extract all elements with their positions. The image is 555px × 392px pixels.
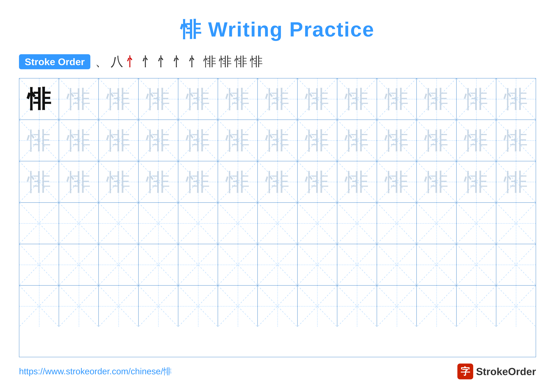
grid-cell-1-2[interactable]: 悱 xyxy=(59,78,99,120)
svg-line-91 xyxy=(258,203,297,244)
grid-cell-6-11[interactable] xyxy=(417,285,456,327)
grid-cell-6-8[interactable] xyxy=(298,285,337,327)
svg-line-97 xyxy=(377,203,416,244)
grid-cell-5-4[interactable] xyxy=(139,244,178,285)
grid-cell-3-7[interactable]: 悱 xyxy=(258,161,297,202)
grid-cell-5-3[interactable] xyxy=(99,244,139,285)
grid-cell-3-9[interactable]: 悱 xyxy=(337,161,377,202)
grid-cell-5-13[interactable] xyxy=(496,244,536,285)
grid-cell-6-10[interactable] xyxy=(377,285,417,327)
grid-cell-3-3[interactable]: 悱 xyxy=(99,161,139,202)
svg-line-82 xyxy=(99,203,138,244)
grid-cell-3-1[interactable]: 悱 xyxy=(19,161,59,202)
char-light: 悱 xyxy=(107,128,130,152)
char-light: 悱 xyxy=(186,170,210,194)
grid-cell-3-5[interactable]: 悱 xyxy=(178,161,218,202)
grid-cell-5-8[interactable] xyxy=(298,244,337,285)
svg-line-146 xyxy=(337,285,377,327)
grid-cell-6-3[interactable] xyxy=(99,285,139,327)
svg-line-109 xyxy=(99,244,138,285)
grid-cell-1-13[interactable]: 悱 xyxy=(496,78,536,120)
grid-cell-2-7[interactable]: 悱 xyxy=(258,120,297,161)
grid-cell-2-6[interactable]: 悱 xyxy=(218,120,258,161)
grid-cell-1-8[interactable]: 悱 xyxy=(298,78,337,120)
svg-line-131 xyxy=(19,285,59,327)
grid-cell-2-9[interactable]: 悱 xyxy=(337,120,377,161)
grid-cell-4-4[interactable] xyxy=(139,203,178,244)
grid-cell-4-10[interactable] xyxy=(377,203,417,244)
grid-cell-4-2[interactable] xyxy=(59,203,99,244)
grid-cell-1-12[interactable]: 悱 xyxy=(457,78,496,120)
grid-cell-2-10[interactable]: 悱 xyxy=(377,120,417,161)
grid-cell-6-5[interactable] xyxy=(178,285,218,327)
grid-cell-5-7[interactable] xyxy=(258,244,297,285)
grid-cell-2-13[interactable]: 悱 xyxy=(496,120,536,161)
stroke-order-row: Stroke Order 、 八 忄 忄 忄 忄 忄 悱 悱 悱 悱 xyxy=(19,53,536,70)
grid-cell-5-12[interactable] xyxy=(457,244,496,285)
grid-cell-6-2[interactable] xyxy=(59,285,99,327)
grid-cell-2-5[interactable]: 悱 xyxy=(178,120,218,161)
grid-cell-3-12[interactable]: 悱 xyxy=(457,161,496,202)
grid-cell-4-12[interactable] xyxy=(457,203,496,244)
grid-cell-2-3[interactable]: 悱 xyxy=(99,120,139,161)
svg-line-149 xyxy=(377,285,416,327)
svg-line-99 xyxy=(417,203,456,244)
grid-cell-1-9[interactable]: 悱 xyxy=(337,78,377,120)
grid-cell-2-2[interactable]: 悱 xyxy=(59,120,99,161)
grid-cell-4-6[interactable] xyxy=(218,203,258,244)
grid-cell-1-6[interactable]: 悱 xyxy=(218,78,258,120)
grid-cell-5-2[interactable] xyxy=(59,244,99,285)
grid-cell-3-6[interactable]: 悱 xyxy=(218,161,258,202)
grid-cell-4-7[interactable] xyxy=(258,203,297,244)
grid-cell-2-8[interactable]: 悱 xyxy=(298,120,337,161)
grid-cell-1-3[interactable]: 悱 xyxy=(99,78,139,120)
grid-cell-4-1[interactable] xyxy=(19,203,59,244)
svg-line-133 xyxy=(59,285,98,327)
grid-cell-6-7[interactable] xyxy=(258,285,297,327)
grid-cell-3-2[interactable]: 悱 xyxy=(59,161,99,202)
svg-line-126 xyxy=(457,244,496,285)
grid-cell-3-11[interactable]: 悱 xyxy=(417,161,456,202)
grid-cell-3-13[interactable]: 悱 xyxy=(496,161,536,202)
grid-cell-1-5[interactable]: 悱 xyxy=(178,78,218,120)
grid-cell-1-1[interactable]: 悱 xyxy=(19,78,59,120)
grid-cell-2-12[interactable]: 悱 xyxy=(457,120,496,161)
grid-cell-1-7[interactable]: 悱 xyxy=(258,78,297,120)
grid-cell-2-1[interactable]: 悱 xyxy=(19,120,59,161)
grid-cell-3-10[interactable]: 悱 xyxy=(377,161,417,202)
grid-cell-5-5[interactable] xyxy=(178,244,218,285)
char-light: 悱 xyxy=(504,170,528,194)
grid-cell-5-11[interactable] xyxy=(417,244,456,285)
grid-row-3: 悱 悱 悱 悱 悱 悱 悱 悱 悱 悱 悱 悱 悱 xyxy=(19,161,536,203)
stroke-3: 忄 xyxy=(126,53,139,70)
grid-cell-6-6[interactable] xyxy=(218,285,258,327)
grid-cell-1-10[interactable]: 悱 xyxy=(377,78,417,120)
stroke-6: 忄 xyxy=(173,53,185,70)
grid-cell-1-4[interactable]: 悱 xyxy=(139,78,178,120)
grid-cell-4-3[interactable] xyxy=(99,203,139,244)
grid-cell-1-11[interactable]: 悱 xyxy=(417,78,456,120)
svg-line-114 xyxy=(218,244,257,285)
grid-cell-4-8[interactable] xyxy=(298,203,337,244)
grid-cell-5-9[interactable] xyxy=(337,244,377,285)
grid-cell-6-12[interactable] xyxy=(457,285,496,327)
grid-cell-4-9[interactable] xyxy=(337,203,377,244)
grid-cell-2-4[interactable]: 悱 xyxy=(139,120,178,161)
grid-cell-4-11[interactable] xyxy=(417,203,456,244)
grid-cell-5-10[interactable] xyxy=(377,244,417,285)
grid-cell-6-4[interactable] xyxy=(139,285,178,327)
grid-cell-5-1[interactable] xyxy=(19,244,59,285)
grid-cell-5-6[interactable] xyxy=(218,244,258,285)
svg-line-112 xyxy=(178,244,218,285)
grid-cell-4-5[interactable] xyxy=(178,203,218,244)
grid-cell-6-1[interactable] xyxy=(19,285,59,327)
grid-cell-3-8[interactable]: 悱 xyxy=(298,161,337,202)
footer-url[interactable]: https://www.strokeorder.com/chinese/悱 xyxy=(19,366,172,377)
grid-cell-2-11[interactable]: 悱 xyxy=(417,120,456,161)
svg-line-93 xyxy=(298,203,337,244)
char-light: 悱 xyxy=(345,87,369,111)
grid-cell-3-4[interactable]: 悱 xyxy=(139,161,178,202)
grid-cell-6-13[interactable] xyxy=(496,285,536,327)
grid-cell-6-9[interactable] xyxy=(337,285,377,327)
grid-cell-4-13[interactable] xyxy=(496,203,536,244)
